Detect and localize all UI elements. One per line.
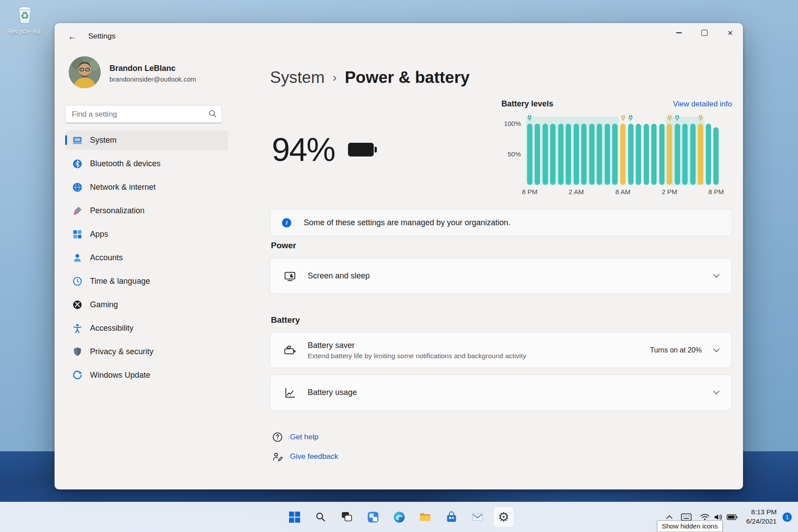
battery-usage-card[interactable]: Battery usage xyxy=(270,375,732,411)
battery-level-bar xyxy=(550,124,555,185)
window-title: Settings xyxy=(88,23,115,50)
task-view-icon xyxy=(341,511,352,523)
x-axis-label: 8 PM xyxy=(708,188,724,196)
bluetooth-icon xyxy=(72,159,82,169)
battery-level-bar xyxy=(605,124,610,185)
sidebar-item-gaming[interactable]: Gaming xyxy=(65,295,228,314)
chevron-down-icon[interactable] xyxy=(713,348,720,352)
profile-email: brandoninsider@outlook.com xyxy=(110,75,196,83)
plug-yellow-marker-icon xyxy=(667,115,672,121)
sidebar-item-bluetooth-devices[interactable]: Bluetooth & devices xyxy=(65,154,228,173)
maximize-icon xyxy=(701,30,708,36)
chevron-down-icon[interactable] xyxy=(713,391,720,395)
battery-level-bar xyxy=(644,124,649,185)
screen-sleep-label: Screen and sleep xyxy=(308,271,713,281)
recycle-bin-shortcut[interactable]: ♻ Recycle Bin xyxy=(6,4,43,35)
battery-saver-card[interactable]: Battery saver Extend battery life by lim… xyxy=(270,332,732,368)
widgets-button[interactable] xyxy=(363,507,383,527)
accessibility-person-icon xyxy=(72,323,82,333)
sidebar-item-label: Accounts xyxy=(90,253,123,262)
sidebar-item-windows-update[interactable]: Windows Update xyxy=(65,365,228,385)
battery-usage-label: Battery usage xyxy=(308,388,713,397)
screen-sleep-icon xyxy=(284,270,296,282)
recycle-arrows-icon: ♻ xyxy=(20,10,29,22)
back-button[interactable]: ← xyxy=(64,28,80,44)
search-icon xyxy=(208,110,217,118)
battery-level-bar xyxy=(535,124,540,185)
profile-name: Brandon LeBlanc xyxy=(110,64,176,73)
sidebar-nav: System Bluetooth & devices Network & int… xyxy=(65,130,228,389)
battery-saver-icon xyxy=(284,344,296,356)
screen-and-sleep-card[interactable]: Screen and sleep xyxy=(270,258,732,294)
start-button[interactable] xyxy=(284,507,305,527)
close-button[interactable]: × xyxy=(717,23,743,43)
y-axis-label-50: 50% xyxy=(501,150,521,158)
settings-taskbar-button[interactable]: ⚙ xyxy=(493,507,514,527)
battery-level-bar xyxy=(636,124,641,185)
sidebar-item-apps[interactable]: Apps xyxy=(65,224,228,244)
chevron-down-icon[interactable] xyxy=(713,274,720,278)
mail-button[interactable] xyxy=(467,507,488,527)
section-title-battery: Battery xyxy=(271,315,300,325)
battery-level-bar xyxy=(589,124,595,185)
back-arrow-icon: ← xyxy=(68,31,77,42)
keyboard-icon xyxy=(681,513,692,521)
battery-level-bar xyxy=(675,124,680,185)
globe-icon xyxy=(72,182,82,192)
page-title: Power & battery xyxy=(345,68,470,87)
search-box[interactable] xyxy=(65,105,222,123)
avatar[interactable] xyxy=(69,56,101,88)
battery-saver-description: Extend battery life by limiting some not… xyxy=(308,352,650,360)
sidebar-item-label: Accessibility xyxy=(90,324,133,333)
taskbar-search-button[interactable] xyxy=(310,507,331,527)
clock-date: 6/24/2021 xyxy=(746,517,777,526)
plug-yellow-marker-icon xyxy=(698,115,703,121)
sidebar-item-accounts[interactable]: Accounts xyxy=(65,248,228,267)
taskbar-clock[interactable]: 8:13 PM 6/24/2021 xyxy=(743,508,779,526)
plug-yellow-marker-icon xyxy=(621,115,626,121)
battery-level-bar xyxy=(698,124,703,185)
window-titlebar[interactable]: ← Settings × xyxy=(55,23,743,50)
notification-badge[interactable]: 1 xyxy=(782,512,792,522)
sidebar-item-label: Time & language xyxy=(90,277,150,286)
view-detailed-info-link[interactable]: View detailed info xyxy=(673,100,732,109)
minimize-button[interactable] xyxy=(666,23,692,43)
x-axis-label: 2 PM xyxy=(662,188,677,196)
store-icon xyxy=(446,511,458,523)
sidebar-item-privacy-security[interactable]: Privacy & security xyxy=(65,342,228,361)
sidebar-item-label: Network & internet xyxy=(90,183,156,192)
avatar-image xyxy=(69,56,101,88)
sidebar-item-network-internet[interactable]: Network & internet xyxy=(65,177,228,197)
minimize-icon xyxy=(676,32,682,33)
store-button[interactable] xyxy=(441,507,462,527)
sidebar-item-accessibility[interactable]: Accessibility xyxy=(65,318,228,338)
sidebar-item-label: Privacy & security xyxy=(90,347,153,356)
sidebar-item-system[interactable]: System xyxy=(65,130,228,150)
edge-button[interactable] xyxy=(389,507,409,527)
y-axis-label-100: 100% xyxy=(501,120,521,127)
settings-window: ← Settings × Brandon LeBlanc brandoninsi… xyxy=(55,23,743,489)
search-input[interactable] xyxy=(71,106,206,123)
x-axis-label: 8 PM xyxy=(522,188,537,196)
settings-gear-icon: ⚙ xyxy=(498,511,509,524)
widgets-icon xyxy=(367,511,379,523)
get-help-link[interactable]: Get help xyxy=(272,430,318,444)
maximize-button[interactable] xyxy=(692,23,717,43)
x-axis-label: 2 AM xyxy=(569,188,584,196)
section-title-power: Power xyxy=(271,241,296,250)
wifi-icon xyxy=(700,513,710,520)
task-view-button[interactable] xyxy=(336,507,357,527)
breadcrumb-separator-icon: › xyxy=(332,70,336,85)
xbox-icon xyxy=(72,300,82,310)
update-arrows-icon xyxy=(72,370,82,380)
sidebar-item-time-language[interactable]: Time & language xyxy=(65,271,228,291)
sidebar-item-personalization[interactable]: Personalization xyxy=(65,201,228,220)
battery-icon xyxy=(348,143,374,156)
battery-summary: 94% xyxy=(272,131,374,168)
breadcrumb-system[interactable]: System xyxy=(270,68,325,87)
file-explorer-button[interactable] xyxy=(415,507,435,527)
search-icon xyxy=(315,512,326,522)
give-feedback-link[interactable]: Give feedback xyxy=(272,450,338,464)
battery-usage-icon xyxy=(284,387,296,399)
sidebar-item-label: System xyxy=(90,136,117,145)
